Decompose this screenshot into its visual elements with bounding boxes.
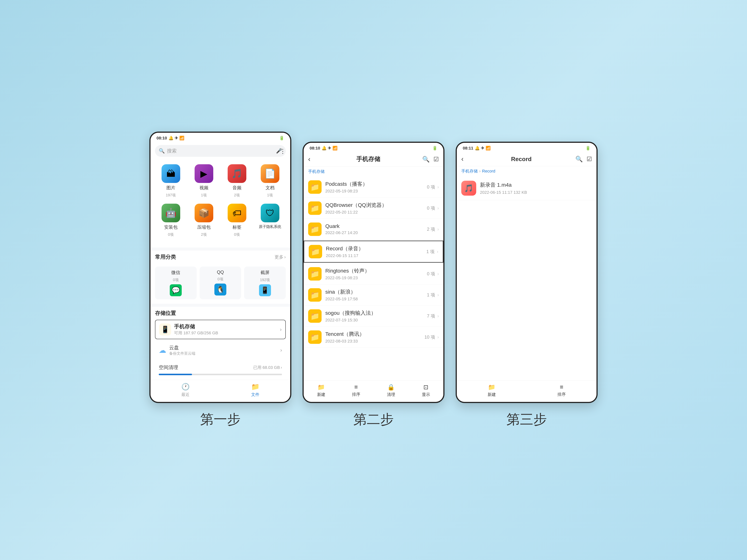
status-icons-1: 🔔 ✈ 📶: [169, 136, 184, 140]
folder-info-ringtones: Ringtones（铃声） 2022-05-19 08:23: [325, 267, 427, 281]
folder-sogou[interactable]: 📁 sogou（搜狗输入法） 2022-07-19 15:30 7 项 ›: [304, 305, 443, 327]
folder-podcasts[interactable]: 📁 Podcasts（播客） 2022-05-19 08:23 0 项 ›: [304, 177, 443, 198]
search-bar[interactable]: 🔍 搜索 🎤: [155, 145, 286, 157]
cloud-name: 云盘: [169, 344, 280, 351]
nav-recent[interactable]: 🕐 最近: [151, 383, 221, 397]
toolbar-sort-label-3: 排序: [558, 392, 566, 397]
search-action-3[interactable]: 🔍: [575, 156, 583, 163]
folder-date-qqbrowser: 2022-05-20 11:22: [325, 210, 427, 215]
nav-files-label: 文件: [251, 392, 259, 397]
display-icon-2: ⊡: [423, 383, 429, 391]
breadcrumb-item-record[interactable]: Record: [482, 169, 495, 174]
cat-label-zip: 压缩包: [197, 224, 211, 230]
cat-zip[interactable]: 📦 压缩包 2项: [191, 204, 217, 237]
cat-apk[interactable]: 🤖 安装包 0项: [158, 204, 184, 237]
recent-screenshot[interactable]: 截屏 192项 📱: [244, 267, 286, 299]
folder-tencent[interactable]: 📁 Tencent（腾讯） 2022-08-03 23:33 10 项 ›: [304, 327, 443, 348]
cat-count-apk: 0项: [168, 232, 174, 237]
status-right-1: 🔋: [279, 136, 284, 140]
cat-label-audio: 音频: [232, 185, 241, 191]
breadcrumb-3: 手机存储 › Record: [457, 166, 596, 176]
folder-count-podcasts: 0 项: [427, 184, 435, 190]
cat-tags[interactable]: 🏷 标签 0项: [224, 204, 250, 237]
sort-icon-2: ≡: [354, 383, 358, 391]
folder-date-sogou: 2022-07-19 15:30: [325, 318, 427, 323]
back-button-3[interactable]: ‹: [461, 155, 464, 163]
time-3: 08:11: [463, 146, 473, 151]
search-action-2[interactable]: 🔍: [422, 156, 430, 163]
search-bar-wrap: 🔍 搜索 🎤 ⋮: [151, 142, 290, 160]
cat-icon-docs: 📄: [261, 164, 279, 183]
cat-count-tags: 0项: [234, 232, 240, 237]
toolbar-sort-3[interactable]: ≡ 排序: [526, 383, 596, 397]
cat-count-zip: 2项: [201, 232, 207, 237]
folder-icon-podcasts: 📁: [308, 180, 321, 194]
toolbar-sort-2[interactable]: ≡ 排序: [339, 383, 374, 397]
more-icon[interactable]: ⋮: [280, 148, 286, 155]
phone-storage-item[interactable]: 📱 手机存储 可用 187.97 GB/256 GB ›: [155, 320, 286, 339]
breadcrumb-2: 手机存储: [304, 166, 443, 177]
cat-pictures[interactable]: 🏔 图片 197项: [158, 164, 184, 198]
back-button-2[interactable]: ‹: [308, 155, 310, 163]
toolbar-clean-label-2: 清理: [387, 392, 395, 397]
cat-docs[interactable]: 📄 文档 1项: [257, 164, 283, 198]
recent-screenshot-label: 截屏: [260, 270, 269, 275]
phone-storage-icon: 📱: [159, 323, 171, 336]
breadcrumb-item-2[interactable]: 手机存储: [308, 169, 325, 175]
recent-row: 微信 0项 💬 QQ 0项 🐧 截屏 192项 📱: [155, 267, 286, 299]
toolbar-clean-2[interactable]: 🔒 清理: [374, 383, 408, 397]
toolbar-new-label-2: 新建: [317, 392, 325, 397]
common-title: 常用分类: [155, 254, 176, 261]
folder-icon-tencent: 📁: [308, 330, 321, 344]
cat-label-docs: 文档: [265, 185, 275, 191]
select-action-3[interactable]: ☑: [587, 156, 592, 163]
status-bar-3: 08:11 🔔 ✈ 📶 🔋: [457, 143, 596, 152]
storage-arrow-icon: ›: [280, 326, 282, 332]
battery-icon-3: 🔋: [586, 146, 591, 151]
step3-container: 08:11 🔔 ✈ 📶 🔋 ‹ Record 🔍 ☑ 手机存储 ›: [456, 142, 598, 428]
cat-videos[interactable]: ▶ 视频 1项: [191, 164, 217, 198]
folder-count-record: 1 项: [426, 249, 435, 255]
nav-files[interactable]: 📁 文件: [221, 383, 290, 397]
toolbar-new-3[interactable]: 📁 新建: [457, 383, 526, 397]
folder-quark[interactable]: 📁 Quark 2022-06-27 14:20 2 项 ›: [304, 219, 443, 240]
time-1: 08:10: [156, 136, 167, 140]
status-right-2: 🔋: [432, 146, 437, 151]
recent-wechat[interactable]: 微信 0项 💬: [155, 267, 197, 299]
file-info: 新录音 1.m4a 2022-06-15 11:17 132 KB: [480, 182, 592, 195]
folder-count-sina: 1 项: [427, 292, 435, 298]
recent-qq[interactable]: QQ 0项 🐧: [200, 267, 241, 299]
cat-label-privacy: 原子隐私系统: [259, 224, 281, 229]
folder-record[interactable]: 📁 Record（录音） 2022-06-15 11:17 1 项 ›: [304, 241, 443, 263]
cat-label-tags: 标签: [232, 224, 241, 230]
select-action-2[interactable]: ☑: [434, 156, 439, 163]
folder-info-qqbrowser: QQBrowser（QQ浏览器） 2022-05-20 11:22: [325, 202, 427, 215]
folder-date-quark: 2022-06-27 14:20: [325, 230, 427, 235]
toolbar-display-2[interactable]: ⊡ 显示: [408, 383, 443, 397]
folder-ringtones[interactable]: 📁 Ringtones（铃声） 2022-05-19 08:23 0 项 ›: [304, 263, 443, 285]
folder-name-ringtones: Ringtones（铃声）: [325, 267, 427, 274]
phone-screen-2: 08:10 🔔 ✈ 📶 🔋 ‹ 手机存储 🔍 ☑ 手机存储: [303, 142, 444, 403]
toolbar-sort-label-2: 排序: [352, 392, 360, 397]
status-bar-1: 08:10 🔔 ✈ 📶 🔋: [151, 133, 290, 142]
phone-screen-1: 08:10 🔔 ✈ 📶 🔋 🔍 搜索 🎤 ⋮: [149, 132, 291, 403]
toolbar-new-2[interactable]: 📁 新建: [304, 383, 339, 397]
folder-sina[interactable]: 📁 sina（新浪） 2022-05-19 17:58 1 项 ›: [304, 285, 443, 305]
file-item-recording[interactable]: 🎵 新录音 1.m4a 2022-06-15 11:17 132 KB: [457, 176, 596, 200]
folder-name-qqbrowser: QQBrowser（QQ浏览器）: [325, 202, 427, 209]
more-link[interactable]: 更多 ›: [275, 254, 286, 260]
cat-privacy[interactable]: 🛡 原子隐私系统: [257, 204, 283, 237]
toolbar-display-label-2: 显示: [422, 392, 430, 397]
folder-arrow-qqbrowser: ›: [437, 206, 439, 211]
folder-info-record: Record（录音） 2022-06-15 11:17: [326, 245, 426, 258]
cat-audio[interactable]: 🎵 音频 2项: [224, 164, 250, 198]
folder-qqbrowser[interactable]: 📁 QQBrowser（QQ浏览器） 2022-05-20 11:22 0 项 …: [304, 198, 443, 219]
cloud-item[interactable]: ☁ 云盘 备份文件至云端 ›: [155, 341, 286, 359]
space-used: 已用 68.03 GB ›: [253, 365, 282, 370]
nav-recent-label: 最近: [181, 392, 189, 397]
breadcrumb-item-phone[interactable]: 手机存储: [461, 168, 478, 174]
status-icons-3: 🔔 ✈ 📶: [475, 146, 490, 151]
file-icon-recording: 🎵: [461, 181, 476, 196]
recent-apps: 微信 0项 💬 QQ 0项 🐧 截屏 192项 📱: [151, 264, 290, 304]
cloud-info: 云盘 备份文件至云端: [169, 344, 280, 356]
